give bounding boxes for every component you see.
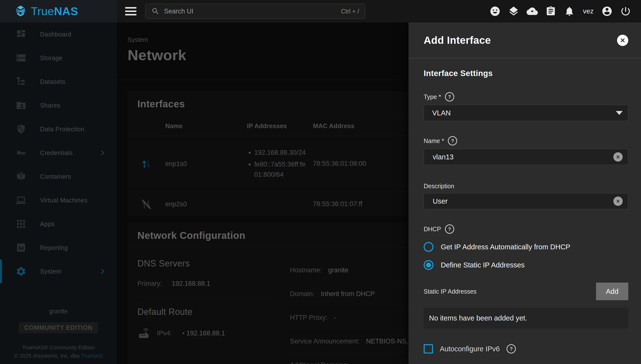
help-icon[interactable]: ? [506, 344, 516, 354]
autoconfigure-ipv6-row[interactable]: Autoconfigure IPv6 ? [424, 344, 628, 354]
name-field[interactable] [432, 153, 613, 161]
logo-text: TrueNAS [31, 5, 78, 18]
ix-stack-icon[interactable] [508, 6, 519, 17]
power-icon[interactable] [620, 6, 631, 17]
add-static-ip-button[interactable]: Add [596, 282, 628, 300]
radio-checked-icon [424, 260, 434, 270]
truenas-logo[interactable]: TrueNAS [0, 0, 117, 22]
menu-toggle-icon[interactable] [125, 7, 136, 16]
truenas-cloud-icon[interactable] [526, 6, 538, 17]
truenas-logo-icon [14, 4, 28, 18]
alerts-bell-icon[interactable] [564, 6, 575, 17]
help-icon[interactable]: ? [445, 224, 454, 234]
type-select[interactable]: VLAN [424, 105, 628, 121]
name-label: Name * ? [424, 136, 628, 146]
panel-title: Add Interface [424, 34, 491, 46]
chevron-down-icon [616, 111, 623, 115]
jobs-clipboard-icon[interactable] [545, 6, 556, 17]
name-field-wrap [424, 149, 628, 165]
static-ip-empty-state: No items have been added yet. [424, 308, 628, 328]
radio-icon [424, 242, 434, 252]
type-label: Type * ? [424, 92, 628, 102]
modal-backdrop[interactable] [0, 22, 408, 364]
topbar-actions: vez [490, 6, 641, 17]
static-ip-label: Static IP Addresses [424, 288, 476, 295]
feedback-smiley-icon[interactable] [490, 6, 501, 17]
search-shortcut: Ctrl + / [341, 8, 359, 15]
checkbox-label: Autoconfigure IPv6 [440, 345, 500, 353]
global-search: Ctrl + / [145, 4, 365, 19]
dhcp-label: DHCP ? [424, 224, 628, 234]
checkbox-icon [424, 344, 433, 354]
radio-static-ip[interactable]: Define Static IP Addresses [424, 260, 628, 270]
radio-dhcp-auto[interactable]: Get IP Address Automatically from DHCP [424, 242, 628, 252]
search-icon [151, 7, 160, 16]
help-icon[interactable]: ? [448, 136, 457, 146]
interface-settings-heading: Interface Settings [424, 69, 628, 78]
clear-icon[interactable] [613, 196, 623, 206]
static-ip-row: Static IP Addresses Add [424, 282, 628, 300]
help-icon[interactable]: ? [445, 92, 454, 102]
description-field[interactable] [432, 197, 613, 206]
truenas-app: TrueNAS Ctrl + / v [0, 0, 641, 364]
add-interface-panel: Add Interface Interface Settings Type * … [408, 22, 641, 364]
description-field-wrap [424, 193, 628, 209]
panel-header: Add Interface [408, 22, 641, 58]
user-avatar-icon[interactable] [602, 6, 613, 17]
username: vez [582, 7, 594, 15]
radio-label: Define Static IP Addresses [441, 261, 525, 269]
search-input[interactable] [164, 7, 337, 16]
type-select-value: VLAN [432, 109, 616, 117]
clear-icon[interactable] [613, 152, 623, 162]
description-label: Description [424, 182, 628, 190]
close-icon[interactable] [617, 35, 628, 46]
radio-label: Get IP Address Automatically from DHCP [441, 243, 570, 251]
topbar: TrueNAS Ctrl + / v [0, 0, 641, 22]
